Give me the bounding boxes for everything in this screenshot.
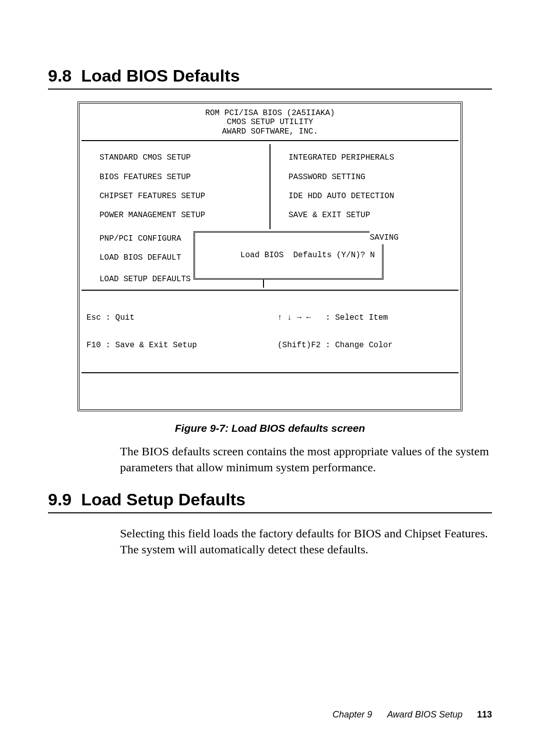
menu-item[interactable]: POWER MANAGEMENT SETUP	[88, 206, 264, 225]
footer-hint: F10 : Save & Exit Setup	[86, 341, 262, 350]
menu-item[interactable]: CHIPSET FEATURES SETUP	[88, 187, 264, 206]
section-rule	[48, 89, 492, 90]
paragraph-9-9: Selecting this field loads the factory d…	[120, 525, 490, 558]
bios-menu-grid: STANDARD CMOS SETUP BIOS FEATURES SETUP …	[80, 141, 460, 229]
footer-page-number: 113	[477, 709, 492, 719]
figure-caption: Figure 9-7: Load BIOS defaults screen	[48, 422, 492, 434]
saving-label: SAVING	[370, 231, 398, 244]
footer-hint: Esc : Quit	[86, 313, 262, 322]
page-footer: Chapter 9 Award BIOS Setup 113	[332, 709, 492, 720]
bios-menu-left-column: STANDARD CMOS SETUP BIOS FEATURES SETUP …	[82, 144, 270, 229]
footer-title: Award BIOS Setup	[387, 709, 462, 719]
paragraph-9-8: The BIOS defaults screen contains the mo…	[120, 443, 490, 476]
bios-blank-footer	[82, 372, 458, 409]
bios-footer-bar: Esc : Quit F10 : Save & Exit Setup ↑ ↓ →…	[82, 290, 458, 372]
bios-header-line-2: CMOS SETUP UTILITY	[82, 118, 458, 127]
bios-header-line-1: ROM PCI/ISA BIOS (2A5IIAKA)	[82, 109, 458, 118]
bios-screenshot: ROM PCI/ISA BIOS (2A5IIAKA) CMOS SETUP U…	[78, 102, 462, 411]
menu-item[interactable]: SAVE & EXIT SETUP	[276, 206, 452, 225]
section-title: Load BIOS Defaults	[81, 66, 240, 85]
load-bios-defaults-dialog[interactable]: Load BIOS Defaults (Y/N)? N	[194, 231, 384, 280]
bios-dialog-row: PNP/PCI CONFIGURA LOAD BIOS DEFAULT Load…	[80, 229, 460, 268]
footer-hint: ↑ ↓ → ← : Select Item	[278, 313, 454, 322]
menu-item[interactable]: INTEGRATED PERIPHERALS	[276, 148, 452, 167]
bios-menu-right-column: INTEGRATED PERIPHERALS PASSWORD SETTING …	[270, 144, 458, 229]
footer-hint: (Shift)F2 : Change Color	[278, 341, 454, 350]
footer-chapter: Chapter 9	[332, 709, 372, 719]
bios-header-line-3: AWARD SOFTWARE, INC.	[82, 127, 458, 136]
menu-item[interactable]: STANDARD CMOS SETUP	[88, 148, 264, 167]
section-number: 9.9	[48, 490, 72, 509]
document-page: 9.8 Load BIOS Defaults ROM PCI/ISA BIOS …	[0, 0, 540, 756]
section-title: Load Setup Defaults	[81, 490, 246, 509]
bios-header: ROM PCI/ISA BIOS (2A5IIAKA) CMOS SETUP U…	[82, 104, 458, 141]
section-number: 9.8	[48, 66, 72, 85]
bios-footer-right: ↑ ↓ → ← : Select Item (Shift)F2 : Change…	[262, 295, 454, 368]
menu-item[interactable]: BIOS FEATURES SETUP	[88, 168, 264, 187]
section-heading-9-8: 9.8 Load BIOS Defaults	[48, 66, 492, 86]
menu-item[interactable]: IDE HDD AUTO DETECTION	[276, 187, 452, 206]
bios-footer-left: Esc : Quit F10 : Save & Exit Setup	[86, 295, 262, 368]
dialog-text: Load BIOS Defaults (Y/N)? N	[240, 251, 375, 260]
menu-item[interactable]: PASSWORD SETTING	[276, 168, 452, 187]
section-heading-9-9: 9.9 Load Setup Defaults	[48, 490, 492, 509]
section-rule	[48, 512, 492, 513]
